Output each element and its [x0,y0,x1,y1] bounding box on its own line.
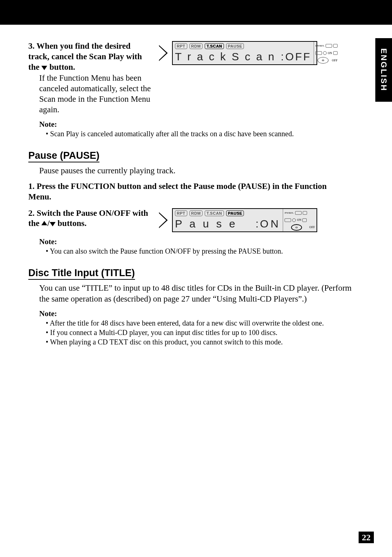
side-row-1: PWRFL [285,210,315,216]
step-2-number: 2. [28,209,34,218]
step-2-after: buttons. [56,219,87,228]
disc-icon [318,57,328,64]
lcd-main-area: RPT RDM T.SCAN PAUSE T r a c k S c a n:O… [173,42,314,64]
off-label: OFF [332,59,338,62]
lcd-main-area: RPT RDM T.SCAN PAUSE P a u s e:ON [173,209,283,231]
lcd-sep: : [281,51,284,62]
badge-tscan: T.SCAN [205,210,224,216]
badge-tscan: T.SCAN [205,43,224,49]
clock-icon [292,218,296,222]
lcd-side-area: PWRFL ON OFF [314,42,339,64]
clock-icon [323,51,327,55]
pause-intro: Pause pauses the currently playing track… [39,165,364,176]
badge-pause: PAUSE [226,210,244,216]
mini-box-icon [303,211,307,215]
note-heading-3: Note: [39,309,364,318]
lcd-main-text: T r a c k S c a n:OFF [175,50,311,62]
mini-box-icon [302,218,307,222]
side-row-1: PWRFL [315,43,338,49]
pwrfl-label: PWRFL [315,44,324,47]
side-row-3: OFF [315,57,338,63]
on-label: ON [297,218,301,222]
lcd-display-pause: RPT RDM T.SCAN PAUSE P a u s e:ON PWRFL [172,208,317,232]
lcd-label: T r a c k S c a n [175,51,276,62]
mini-box-icon [333,51,338,55]
note-item: Scan Play is canceled automatically afte… [46,129,364,138]
step-1-text: Press the FUNCTION button and select the… [28,182,327,201]
badge-rdm: RDM [189,43,203,49]
step-3-after: button. [47,62,75,72]
track-scan-display-figure: RPT RDM T.SCAN PAUSE T r a c k S c a n:O… [159,41,317,65]
step-1-number: 1. [28,182,34,191]
step-3-text: 3. When you find the desired track, canc… [28,41,152,115]
lcd-badge-row: RPT RDM T.SCAN PAUSE [175,43,311,50]
mini-box-icon [285,218,291,222]
step-3-body: If the Function Menu has been canceled a… [39,73,152,115]
mini-box-icon [315,51,322,55]
note-item: After the title for 48 discs have been e… [46,318,364,328]
side-row-2: ON [285,217,315,223]
pointer-triangle-icon [159,45,168,61]
lcd-sep: : [256,218,258,230]
pwrfl-label: PWRFL [285,211,294,214]
lcd-value: OFF [285,51,311,62]
badge-rdm: RDM [189,210,203,216]
off-label: OFF [309,226,315,229]
lcd-side-area: PWRFL ON OFF [283,209,317,231]
disc-icon [291,224,302,231]
mini-box-icon [326,44,332,48]
lcd-value: ON [260,218,281,230]
down-triangle-icon [50,222,56,226]
pause-step-1: 1. Press the FUNCTION button and select … [28,181,348,202]
step-3-number: 3. [28,41,34,51]
mini-box-icon [295,211,302,215]
on-label: ON [328,52,332,55]
title-section-body: You can use “TITLE” to input up to 48 di… [39,283,364,304]
pause-step-2-row: 2. Switch the Pause ON/OFF with the / bu… [28,208,364,232]
lcd-badge-row: RPT RDM T.SCAN PAUSE [175,210,281,217]
lcd-main-text: P a u s e:ON [175,217,281,229]
badge-rpt: RPT [175,43,187,49]
up-triangle-icon [41,221,47,225]
side-row-2: ON [315,50,338,56]
title-section-heading: Disc Title Input (TITLE) [28,267,135,280]
header-black-bar [0,0,392,25]
pause-section-heading: Pause (PAUSE) [28,150,99,162]
note-item: You can also switch the Pause function O… [46,246,364,256]
note-heading-2: Note: [39,237,364,246]
side-row-3: OFF [285,225,315,230]
note-heading-1: Note: [39,120,364,129]
pause-step-2-text: 2. Switch the Pause ON/OFF with the / bu… [28,208,152,229]
badge-pause: PAUSE [226,43,244,49]
lcd-label: P a u s e [175,218,237,230]
lcd-display-trackscan: RPT RDM T.SCAN PAUSE T r a c k S c a n:O… [172,41,317,65]
mini-box-icon [333,44,338,48]
badge-rpt: RPT [175,210,187,216]
pause-display-figure: RPT RDM T.SCAN PAUSE P a u s e:ON PWRFL [159,208,317,232]
note-item: If you connect a Multi-CD player, you ca… [46,328,364,337]
note-item: When playing a CD TEXT disc on this prod… [46,337,364,347]
pointer-triangle-icon [159,212,168,228]
page-content: 3. When you find the desired track, canc… [0,25,392,347]
page-number: 22 [359,532,374,543]
step-3-row: 3. When you find the desired track, canc… [28,41,364,115]
note-list-1: Scan Play is canceled automatically afte… [46,129,364,138]
note-list-2: You can also switch the Pause function O… [46,246,364,256]
down-triangle-icon [41,66,47,70]
note-list-3: After the title for 48 discs have been e… [46,318,364,347]
